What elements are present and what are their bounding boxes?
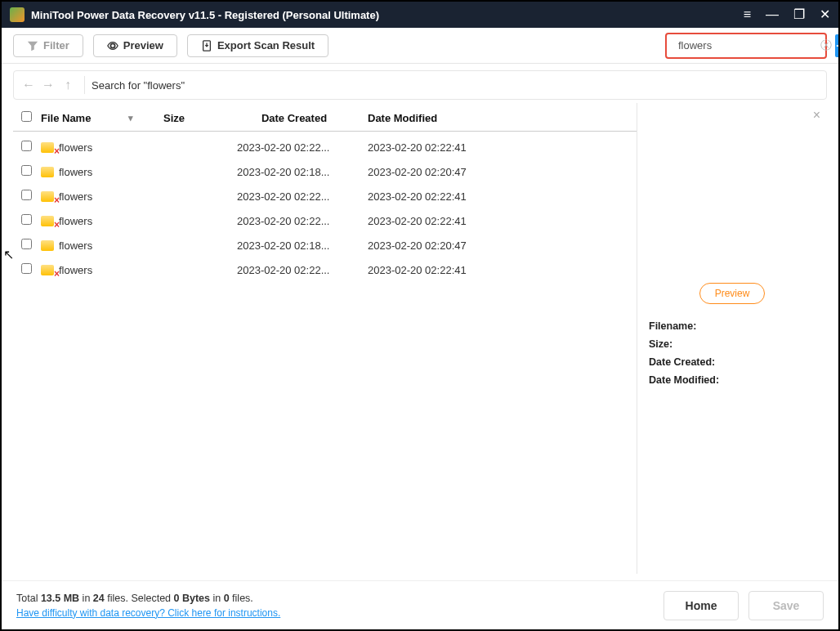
help-link[interactable]: Have difficulty with data recovery? Clic… — [16, 607, 280, 619]
minimize-icon[interactable]: — — [766, 8, 779, 21]
table-row[interactable]: flowers2023-02-20 02:18...2023-02-20 02:… — [13, 233, 637, 257]
preview-pane: × Preview Filename: Size: Date Created: … — [637, 103, 827, 574]
filter-button[interactable]: Filter — [13, 34, 83, 57]
divider — [84, 76, 85, 94]
titlebar: MiniTool Power Data Recovery v11.5 - Reg… — [2, 2, 838, 28]
arrow-right-icon — [835, 40, 840, 51]
export-button[interactable]: Export Scan Result — [187, 34, 328, 57]
folder-icon — [41, 216, 54, 226]
file-created: 2023-02-20 02:18... — [237, 166, 351, 178]
row-checkbox[interactable] — [21, 214, 32, 225]
col-modified[interactable]: Date Modified — [351, 112, 628, 124]
col-created[interactable]: Date Created — [237, 112, 351, 124]
sort-indicator-icon[interactable]: ▾ — [128, 113, 133, 123]
file-rows: flowers2023-02-20 02:22...2023-02-20 02:… — [13, 132, 637, 285]
file-name: flowers — [59, 239, 92, 252]
file-modified: 2023-02-20 02:20:47 — [351, 166, 628, 178]
search-go-button[interactable] — [835, 34, 840, 57]
export-icon — [201, 40, 212, 51]
file-name: flowers — [59, 215, 92, 227]
file-created: 2023-02-20 02:22... — [237, 215, 351, 227]
breadcrumb-path: Search for "flowers" — [92, 79, 185, 92]
meta-created-label: Date Created: — [649, 356, 815, 368]
preview-button[interactable]: Preview — [93, 34, 177, 57]
search-box: ⓧ — [665, 33, 827, 59]
file-modified: 2023-02-20 02:22:41 — [351, 264, 628, 276]
row-checkbox[interactable] — [21, 263, 32, 274]
file-created: 2023-02-20 02:22... — [237, 264, 351, 276]
preview-metadata: Filename: Size: Date Created: Date Modif… — [646, 320, 819, 386]
close-icon[interactable]: ✕ — [820, 8, 830, 21]
save-button[interactable]: Save — [748, 591, 824, 620]
file-name: flowers — [59, 166, 92, 178]
file-modified: 2023-02-20 02:22:41 — [351, 190, 628, 203]
meta-filename-label: Filename: — [649, 320, 815, 332]
eye-icon — [107, 40, 118, 51]
main-area: File Name ▾ Size Date Created Date Modif… — [13, 103, 827, 574]
footer: Total 13.5 MB in 24 files. Selected 0 By… — [2, 580, 838, 629]
funnel-icon — [27, 40, 38, 51]
folder-icon — [41, 265, 54, 275]
col-name[interactable]: File Name — [41, 112, 91, 124]
row-checkbox[interactable] — [21, 190, 32, 200]
svg-point-0 — [110, 43, 114, 47]
folder-icon — [41, 191, 54, 202]
folder-icon — [41, 167, 54, 177]
close-preview-icon[interactable]: × — [813, 108, 820, 123]
maximize-icon[interactable]: ❐ — [793, 8, 805, 21]
window-title: MiniTool Power Data Recovery v11.5 - Reg… — [31, 9, 744, 21]
preview-file-button[interactable]: Preview — [699, 283, 765, 304]
table-row[interactable]: flowers2023-02-20 02:18...2023-02-20 02:… — [13, 159, 637, 184]
table-row[interactable]: flowers2023-02-20 02:22...2023-02-20 02:… — [13, 135, 637, 159]
table-row[interactable]: flowers2023-02-20 02:22...2023-02-20 02:… — [13, 257, 637, 282]
file-name: flowers — [59, 141, 92, 154]
file-name: flowers — [59, 190, 92, 203]
row-checkbox[interactable] — [21, 141, 32, 151]
home-button[interactable]: Home — [664, 591, 739, 620]
table-row[interactable]: flowers2023-02-20 02:22...2023-02-20 02:… — [13, 208, 637, 233]
meta-size-label: Size: — [649, 338, 815, 350]
window-controls: ≡ — ❐ ✕ — [744, 8, 830, 21]
preview-label: Preview — [123, 39, 163, 51]
file-modified: 2023-02-20 02:20:47 — [351, 239, 628, 252]
meta-modified-label: Date Modified: — [649, 374, 815, 386]
folder-icon — [41, 142, 54, 153]
clear-search-icon[interactable]: ⓧ — [820, 38, 832, 53]
file-created: 2023-02-20 02:18... — [237, 239, 351, 252]
action-bar: Filter Preview Export Scan Result ⓧ — [2, 28, 838, 64]
select-all-checkbox[interactable] — [21, 111, 32, 122]
stats-text: Total 13.5 MB in 24 files. Selected 0 By… — [16, 593, 280, 604]
breadcrumb-bar: ← → ↑ Search for "flowers" — [13, 70, 827, 100]
row-checkbox[interactable] — [21, 239, 32, 249]
search-input[interactable] — [673, 39, 820, 51]
table-row[interactable]: flowers2023-02-20 02:22...2023-02-20 02:… — [13, 184, 637, 208]
nav-forward-icon[interactable]: → — [40, 78, 56, 92]
row-checkbox[interactable] — [21, 165, 32, 176]
file-modified: 2023-02-20 02:22:41 — [351, 141, 628, 154]
file-created: 2023-02-20 02:22... — [237, 141, 351, 154]
folder-icon — [41, 240, 54, 251]
col-size[interactable]: Size — [163, 112, 237, 124]
nav-back-icon[interactable]: ← — [20, 78, 37, 92]
file-name: flowers — [59, 264, 92, 276]
column-headers: File Name ▾ Size Date Created Date Modif… — [13, 103, 637, 132]
app-logo-icon — [10, 7, 25, 22]
file-created: 2023-02-20 02:22... — [237, 190, 351, 203]
export-label: Export Scan Result — [217, 39, 315, 51]
file-list-pane: File Name ▾ Size Date Created Date Modif… — [13, 103, 637, 574]
file-modified: 2023-02-20 02:22:41 — [351, 215, 628, 227]
menu-icon[interactable]: ≡ — [744, 8, 751, 21]
nav-up-icon[interactable]: ↑ — [60, 78, 76, 92]
filter-label: Filter — [43, 39, 69, 51]
